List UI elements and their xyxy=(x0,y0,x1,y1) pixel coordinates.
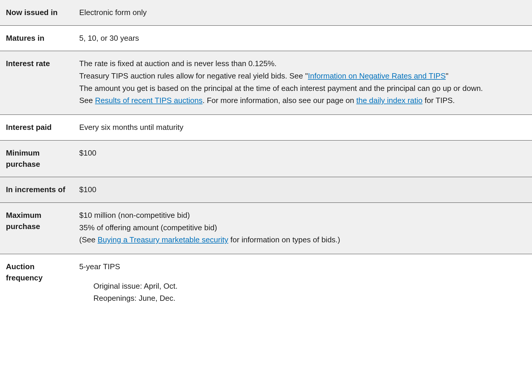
link-buying-treasury[interactable]: Buying a Treasury marketable security xyxy=(98,235,228,244)
text-line: Reopenings: June, Dec. xyxy=(93,293,526,304)
row-now-issued: Now issued in Electronic form only xyxy=(0,0,532,26)
text-line: (See Buying a Treasury marketable securi… xyxy=(79,234,526,246)
text-fragment: for information on types of bids.) xyxy=(228,235,340,244)
label-interest-paid: Interest paid xyxy=(0,115,77,140)
label-maximum-purchase: Maximum purchase xyxy=(0,203,77,254)
label-increments: In increments of xyxy=(0,177,77,202)
row-interest-paid: Interest paid Every six months until mat… xyxy=(0,115,532,141)
value-maximum-purchase: $10 million (non-competitive bid) 35% of… xyxy=(77,203,532,254)
label-minimum-purchase: Minimum purchase xyxy=(0,141,77,177)
value-minimum-purchase: $100 xyxy=(77,141,532,177)
value-interest-rate: The rate is fixed at auction and is neve… xyxy=(77,51,532,115)
label-matures: Matures in xyxy=(0,26,77,51)
indent-block: Original issue: April, Oct. Reopenings: … xyxy=(79,281,526,304)
value-now-issued: Electronic form only xyxy=(77,0,532,25)
tips-details-table: Now issued in Electronic form only Matur… xyxy=(0,0,532,312)
link-daily-index-ratio[interactable]: the daily index ratio xyxy=(356,96,422,105)
text-line: Original issue: April, Oct. xyxy=(93,281,526,292)
text-line: The rate is fixed at auction and is neve… xyxy=(79,58,526,69)
row-matures: Matures in 5, 10, or 30 years xyxy=(0,26,532,51)
label-interest-rate: Interest rate xyxy=(0,51,77,115)
text-fragment: See xyxy=(79,96,95,105)
value-matures: 5, 10, or 30 years xyxy=(77,26,532,51)
link-recent-auctions[interactable]: Results of recent TIPS auctions xyxy=(95,96,203,105)
text-line: The amount you get is based on the princ… xyxy=(79,83,526,94)
text-fragment: Treasury TIPS auction rules allow for ne… xyxy=(79,71,308,80)
text-fragment: . For more information, also see our pag… xyxy=(202,96,356,105)
row-maximum-purchase: Maximum purchase $10 million (non-compet… xyxy=(0,203,532,254)
text-line: Treasury TIPS auction rules allow for ne… xyxy=(79,71,526,82)
text-fragment: for TIPS. xyxy=(423,96,455,105)
row-minimum-purchase: Minimum purchase $100 xyxy=(0,141,532,177)
value-increments: $100 xyxy=(77,177,532,202)
value-interest-paid: Every six months until maturity xyxy=(77,115,532,140)
row-interest-rate: Interest rate The rate is fixed at aucti… xyxy=(0,51,532,115)
text-line: 35% of offering amount (competitive bid) xyxy=(79,222,526,233)
label-auction-frequency: Auction frequency xyxy=(0,254,77,312)
row-auction-frequency: Auction frequency 5-year TIPS Original i… xyxy=(0,254,532,312)
link-negative-rates[interactable]: Information on Negative Rates and TIPS xyxy=(308,71,446,80)
text-heading: 5-year TIPS xyxy=(79,261,526,272)
text-line: $10 million (non-competitive bid) xyxy=(79,210,526,221)
label-now-issued: Now issued in xyxy=(0,0,77,25)
row-increments: In increments of $100 xyxy=(0,177,532,203)
text-fragment: " xyxy=(446,71,448,80)
text-line: See Results of recent TIPS auctions. For… xyxy=(79,95,526,106)
value-auction-frequency: 5-year TIPS Original issue: April, Oct. … xyxy=(77,254,532,312)
text-fragment: (See xyxy=(79,235,98,244)
